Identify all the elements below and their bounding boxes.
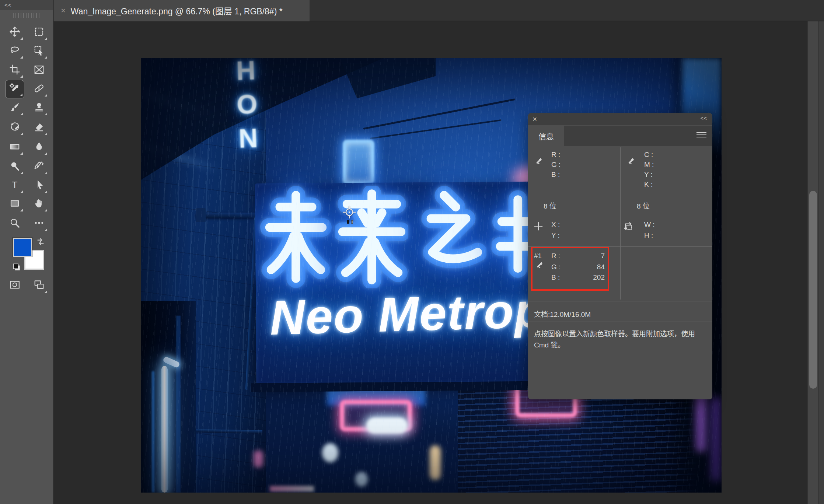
tab-close-icon[interactable]: × bbox=[61, 7, 66, 15]
rgb-eyedropper-icon[interactable] bbox=[534, 157, 544, 168]
dodge-tool-button[interactable] bbox=[5, 158, 24, 176]
default-colors-button[interactable] bbox=[12, 262, 21, 273]
history-brush-tool-button[interactable] bbox=[5, 119, 24, 137]
w-label: W : bbox=[644, 221, 655, 229]
document-tab[interactable]: × Wan_Image_Generate.png @ 66.7% (图层 1, … bbox=[54, 0, 310, 21]
info-panel-titlebar[interactable]: × << bbox=[528, 113, 712, 125]
water-drop-icon bbox=[34, 141, 45, 154]
history-brush-icon bbox=[9, 122, 20, 134]
healing-brush-tool-button[interactable] bbox=[29, 80, 49, 98]
lasso-icon bbox=[9, 45, 20, 57]
crop-icon bbox=[9, 64, 20, 77]
dimensions-icon bbox=[623, 221, 634, 234]
sampler-b-label: B : bbox=[551, 273, 560, 281]
white-light bbox=[366, 417, 408, 434]
foreground-color-swatch[interactable] bbox=[13, 238, 32, 257]
c-label: C : bbox=[644, 151, 653, 159]
quick-mask-button[interactable] bbox=[5, 276, 24, 295]
panel-close-icon[interactable]: × bbox=[533, 115, 537, 123]
blue-tube-light bbox=[152, 371, 154, 493]
toolbar-grip-handle[interactable] bbox=[13, 13, 40, 18]
r-label: R : bbox=[551, 151, 560, 159]
cursor-position-icon bbox=[533, 221, 544, 233]
hand-icon bbox=[34, 198, 45, 210]
sampler-r-label: R : bbox=[551, 252, 560, 260]
sampler-id: #1 bbox=[534, 252, 542, 260]
pink-glow bbox=[270, 486, 314, 492]
document-size-readout: 文档:12.0M/16.0M bbox=[534, 309, 591, 319]
sampler-g-value: 84 bbox=[579, 263, 605, 271]
screen-mode-button[interactable] bbox=[29, 276, 49, 295]
canvas-workspace[interactable]: HON bbox=[53, 21, 824, 504]
lasso-tool-button[interactable] bbox=[5, 42, 24, 60]
info-panel: × << 信息 R : G : B : 8 位 bbox=[528, 113, 712, 399]
object-selection-tool-button[interactable] bbox=[29, 42, 49, 60]
glowing-square-sign bbox=[343, 140, 374, 185]
panel-collapse-icon[interactable]: << bbox=[701, 115, 707, 121]
main-area: × Wan_Image_Generate.png @ 66.7% (图层 1, … bbox=[53, 0, 824, 504]
type-tool-button[interactable]: T bbox=[5, 176, 24, 195]
m-label: M : bbox=[644, 161, 654, 169]
frame-icon bbox=[34, 64, 45, 77]
more-tools-button[interactable] bbox=[29, 214, 49, 233]
brush-icon bbox=[9, 102, 20, 114]
neon-char-zhi bbox=[413, 186, 486, 288]
pen-tool-button[interactable] bbox=[29, 158, 49, 176]
hand-tool-button[interactable] bbox=[29, 195, 49, 213]
type-icon: T bbox=[9, 179, 20, 192]
path-selection-tool-button[interactable] bbox=[29, 176, 49, 195]
door-frame bbox=[176, 316, 181, 493]
rectangle-tool-button[interactable] bbox=[5, 195, 24, 213]
cmyk-depth: 8 位 bbox=[637, 200, 650, 210]
panel-menu-icon[interactable] bbox=[696, 132, 706, 139]
clone-stamp-tool-button[interactable] bbox=[29, 99, 49, 117]
marquee-tool-button[interactable] bbox=[29, 23, 49, 42]
rectangle-shape-icon bbox=[9, 198, 20, 210]
tool-hint-text: 点按图像以置入新颜色取样器。要用附加选项，使用 Cmd 键。 bbox=[534, 329, 704, 351]
info-panel-tab-row: 信息 bbox=[528, 126, 712, 146]
bandaid-icon bbox=[34, 83, 45, 95]
default-colors-icon bbox=[12, 267, 21, 273]
k-label: K : bbox=[644, 181, 653, 189]
sampler-g-label: G : bbox=[551, 263, 561, 271]
white-light bbox=[322, 443, 338, 462]
magnifier-icon bbox=[9, 217, 20, 230]
swap-arrows-icon bbox=[36, 241, 45, 248]
brush-tool-button[interactable] bbox=[5, 99, 24, 117]
move-tool-button[interactable] bbox=[5, 23, 24, 42]
move-icon bbox=[9, 26, 20, 39]
eyedropper-tool-button[interactable] bbox=[5, 80, 24, 98]
document-tab-title: Wan_Image_Generate.png @ 66.7% (图层 1, RG… bbox=[71, 4, 283, 17]
gradient-tool-button[interactable] bbox=[5, 138, 24, 157]
frame-tool-button[interactable] bbox=[29, 61, 49, 80]
blur-tool-button[interactable] bbox=[29, 138, 49, 157]
crop-tool-button[interactable] bbox=[5, 61, 24, 80]
zoom-tool-button[interactable] bbox=[5, 214, 24, 233]
color-sampler-cursor bbox=[341, 205, 358, 224]
stamp-icon bbox=[34, 102, 45, 114]
toolbar-collapse-button[interactable]: << bbox=[0, 0, 53, 10]
eyedropper-icon bbox=[9, 83, 20, 95]
tab-info[interactable]: 信息 bbox=[528, 126, 564, 146]
eraser-icon bbox=[34, 122, 45, 134]
eraser-tool-button[interactable] bbox=[29, 119, 49, 137]
neon-char-wei bbox=[259, 186, 332, 288]
cmyk-eyedropper-icon[interactable] bbox=[626, 157, 636, 168]
collapse-chevrons-icon: << bbox=[4, 2, 12, 8]
neon-tube-light bbox=[161, 366, 168, 493]
info-panel-content: R : G : B : 8 位 C : M : Y : K : 8 位 bbox=[528, 146, 712, 399]
rgb-depth: 8 位 bbox=[544, 200, 556, 210]
b-label: B : bbox=[551, 171, 560, 179]
vertical-scrollbar-track[interactable] bbox=[807, 21, 818, 504]
y-label: Y : bbox=[644, 171, 653, 179]
document-tab-bar: × Wan_Image_Generate.png @ 66.7% (图层 1, … bbox=[53, 0, 824, 21]
power-cable bbox=[363, 98, 515, 130]
neon-char-lai bbox=[335, 186, 408, 288]
vertical-scrollbar-thumb[interactable] bbox=[809, 191, 817, 389]
x-label: X : bbox=[551, 221, 560, 229]
quick-mask-icon bbox=[9, 279, 21, 292]
swap-colors-button[interactable] bbox=[36, 237, 45, 248]
sampler-eyedropper-icon[interactable] bbox=[535, 261, 544, 272]
roof-silhouette bbox=[340, 58, 436, 98]
svg-text:T: T bbox=[12, 180, 17, 190]
